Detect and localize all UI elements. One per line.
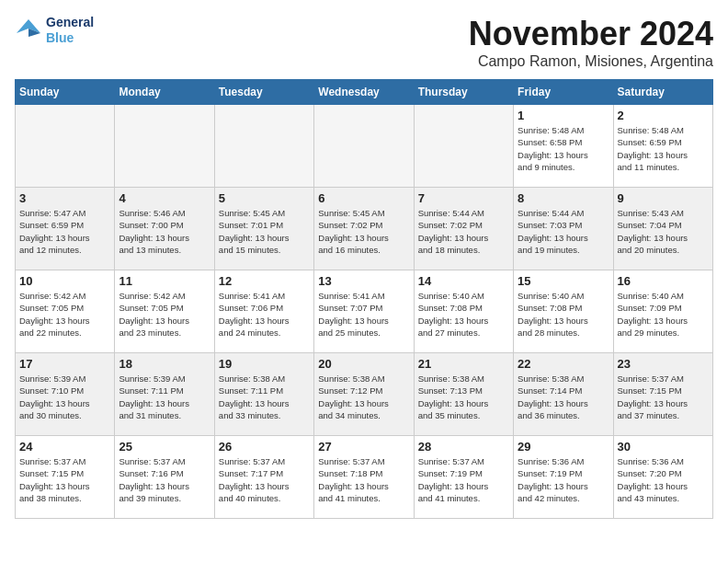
calendar-cell: 23Sunrise: 5:37 AMSunset: 7:15 PMDayligh… [613,353,712,436]
day-number: 22 [518,357,609,371]
col-wednesday: Wednesday [314,80,414,105]
day-info: Sunrise: 5:37 AMSunset: 7:15 PMDaylight:… [19,455,110,504]
col-sunday: Sunday [16,80,115,105]
calendar-cell [314,105,414,188]
day-number: 7 [418,191,509,205]
calendar-cell: 6Sunrise: 5:45 AMSunset: 7:02 PMDaylight… [314,188,414,270]
col-saturday: Saturday [613,80,712,105]
calendar-week-row: 10Sunrise: 5:42 AMSunset: 7:05 PMDayligh… [16,270,713,353]
day-info: Sunrise: 5:39 AMSunset: 7:11 PMDaylight:… [119,373,210,421]
calendar-cell: 18Sunrise: 5:39 AMSunset: 7:11 PMDayligh… [115,353,214,436]
calendar-cell: 30Sunrise: 5:36 AMSunset: 7:20 PMDayligh… [613,436,712,519]
calendar-cell: 14Sunrise: 5:40 AMSunset: 7:08 PMDayligh… [414,270,513,353]
calendar-cell: 28Sunrise: 5:37 AMSunset: 7:19 PMDayligh… [414,436,513,519]
calendar-cell: 17Sunrise: 5:39 AMSunset: 7:10 PMDayligh… [16,353,115,436]
day-info: Sunrise: 5:37 AMSunset: 7:17 PMDaylight:… [219,455,310,504]
day-info: Sunrise: 5:45 AMSunset: 7:01 PMDaylight:… [219,207,310,256]
calendar-cell: 24Sunrise: 5:37 AMSunset: 7:15 PMDayligh… [16,436,115,519]
calendar-cell: 7Sunrise: 5:44 AMSunset: 7:02 PMDaylight… [414,188,513,270]
day-info: Sunrise: 5:38 AMSunset: 7:12 PMDaylight:… [318,373,409,421]
day-number: 23 [618,357,709,371]
day-info: Sunrise: 5:40 AMSunset: 7:08 PMDaylight:… [518,290,609,339]
calendar-cell: 19Sunrise: 5:38 AMSunset: 7:11 PMDayligh… [214,353,313,436]
day-number: 4 [119,191,210,205]
location-title: Campo Ramon, Misiones, Argentina [469,53,713,70]
logo-text-blue: Blue [46,30,74,45]
day-info: Sunrise: 5:38 AMSunset: 7:13 PMDaylight:… [418,373,509,421]
calendar-cell: 26Sunrise: 5:37 AMSunset: 7:17 PMDayligh… [214,436,313,519]
day-number: 15 [518,274,609,288]
day-number: 19 [219,357,310,371]
day-number: 26 [219,440,310,454]
day-info: Sunrise: 5:46 AMSunset: 7:00 PMDaylight:… [119,207,210,256]
logo-text-general: General [46,15,94,29]
logo-icon [15,17,42,44]
day-number: 28 [418,440,509,454]
calendar-cell: 8Sunrise: 5:44 AMSunset: 7:03 PMDaylight… [514,188,613,270]
calendar-cell [115,105,214,188]
header: General Blue November 2024 Campo Ramon, … [15,15,713,70]
month-title: November 2024 [469,15,713,53]
header-row: Sunday Monday Tuesday Wednesday Thursday… [16,80,713,105]
day-info: Sunrise: 5:43 AMSunset: 7:04 PMDaylight:… [618,207,709,256]
day-number: 9 [618,191,709,205]
calendar-cell: 10Sunrise: 5:42 AMSunset: 7:05 PMDayligh… [16,270,115,353]
calendar-cell: 5Sunrise: 5:45 AMSunset: 7:01 PMDaylight… [214,188,313,270]
day-info: Sunrise: 5:37 AMSunset: 7:18 PMDaylight:… [318,455,409,504]
day-number: 3 [19,191,110,205]
day-number: 18 [119,357,210,371]
day-number: 27 [318,440,409,454]
title-area: November 2024 Campo Ramon, Misiones, Arg… [469,15,713,70]
day-info: Sunrise: 5:47 AMSunset: 6:59 PMDaylight:… [19,207,110,256]
day-info: Sunrise: 5:38 AMSunset: 7:11 PMDaylight:… [219,373,310,421]
calendar-week-row: 3Sunrise: 5:47 AMSunset: 6:59 PMDaylight… [16,188,713,270]
calendar-cell: 15Sunrise: 5:40 AMSunset: 7:08 PMDayligh… [514,270,613,353]
calendar-cell: 12Sunrise: 5:41 AMSunset: 7:06 PMDayligh… [214,270,313,353]
day-info: Sunrise: 5:41 AMSunset: 7:06 PMDaylight:… [219,290,310,339]
day-number: 13 [318,274,409,288]
calendar-week-row: 1Sunrise: 5:48 AMSunset: 6:58 PMDaylight… [16,105,713,188]
day-number: 24 [19,440,110,454]
calendar-cell: 9Sunrise: 5:43 AMSunset: 7:04 PMDaylight… [613,188,712,270]
calendar-cell [414,105,513,188]
calendar-week-row: 24Sunrise: 5:37 AMSunset: 7:15 PMDayligh… [16,436,713,519]
day-info: Sunrise: 5:39 AMSunset: 7:10 PMDaylight:… [19,373,110,421]
calendar-cell: 21Sunrise: 5:38 AMSunset: 7:13 PMDayligh… [414,353,513,436]
day-number: 12 [219,274,310,288]
day-info: Sunrise: 5:37 AMSunset: 7:19 PMDaylight:… [418,455,509,504]
calendar-cell: 29Sunrise: 5:36 AMSunset: 7:19 PMDayligh… [514,436,613,519]
col-thursday: Thursday [414,80,513,105]
col-tuesday: Tuesday [214,80,313,105]
day-info: Sunrise: 5:44 AMSunset: 7:02 PMDaylight:… [418,207,509,256]
day-info: Sunrise: 5:37 AMSunset: 7:16 PMDaylight:… [119,455,210,504]
day-number: 30 [618,440,709,454]
day-info: Sunrise: 5:36 AMSunset: 7:20 PMDaylight:… [618,455,709,504]
calendar-cell: 3Sunrise: 5:47 AMSunset: 6:59 PMDaylight… [16,188,115,270]
day-info: Sunrise: 5:37 AMSunset: 7:15 PMDaylight:… [618,373,709,421]
calendar-cell: 22Sunrise: 5:38 AMSunset: 7:14 PMDayligh… [514,353,613,436]
day-number: 21 [418,357,509,371]
day-number: 10 [19,274,110,288]
calendar-cell: 11Sunrise: 5:42 AMSunset: 7:05 PMDayligh… [115,270,214,353]
day-number: 29 [518,440,609,454]
calendar-table: Sunday Monday Tuesday Wednesday Thursday… [15,79,713,519]
day-number: 8 [518,191,609,205]
calendar-week-row: 17Sunrise: 5:39 AMSunset: 7:10 PMDayligh… [16,353,713,436]
day-number: 1 [518,109,609,122]
calendar-cell: 25Sunrise: 5:37 AMSunset: 7:16 PMDayligh… [115,436,214,519]
calendar-cell: 2Sunrise: 5:48 AMSunset: 6:59 PMDaylight… [613,105,712,188]
day-info: Sunrise: 5:36 AMSunset: 7:19 PMDaylight:… [518,455,609,504]
day-info: Sunrise: 5:44 AMSunset: 7:03 PMDaylight:… [518,207,609,256]
col-monday: Monday [115,80,214,105]
day-info: Sunrise: 5:38 AMSunset: 7:14 PMDaylight:… [518,373,609,421]
day-number: 2 [618,109,709,122]
day-info: Sunrise: 5:41 AMSunset: 7:07 PMDaylight:… [318,290,409,339]
day-info: Sunrise: 5:48 AMSunset: 6:59 PMDaylight:… [618,124,709,173]
col-friday: Friday [514,80,613,105]
calendar-cell [16,105,115,188]
calendar-cell [214,105,313,188]
day-info: Sunrise: 5:40 AMSunset: 7:09 PMDaylight:… [618,290,709,339]
calendar-cell: 13Sunrise: 5:41 AMSunset: 7:07 PMDayligh… [314,270,414,353]
calendar-cell: 20Sunrise: 5:38 AMSunset: 7:12 PMDayligh… [314,353,414,436]
day-number: 17 [19,357,110,371]
